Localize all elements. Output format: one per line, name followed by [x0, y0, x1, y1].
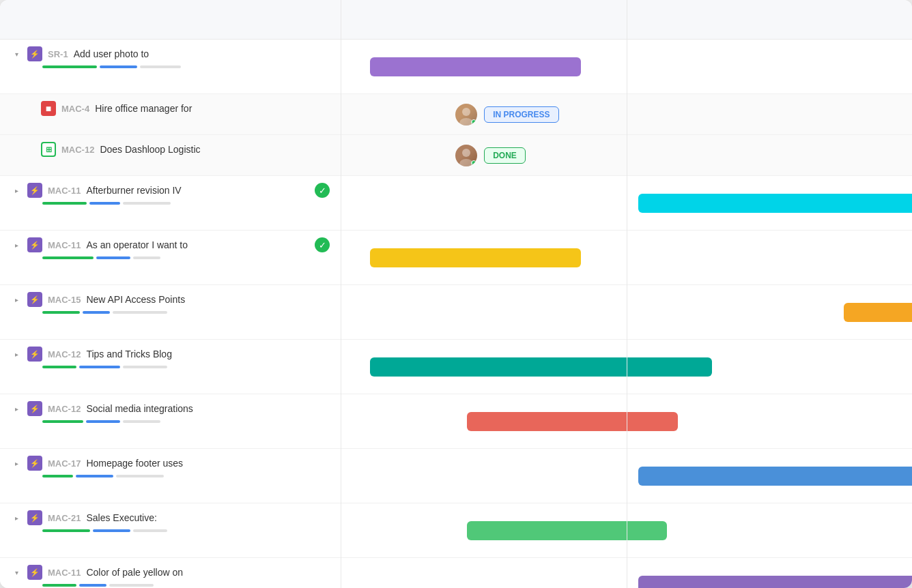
chevron-icon[interactable]: ▸: [11, 458, 22, 469]
epic-name: Hire office manager for: [95, 103, 330, 114]
ticket-id: MAC-12: [61, 145, 94, 155]
ticket-id: MAC-11: [48, 568, 81, 578]
gantt-header: [0, 0, 912, 40]
epic-name: Homepage footer uses: [86, 458, 330, 469]
epic-row-mac12: ▸ ⚡ MAC-12 Tips and Tricks Blog: [0, 340, 341, 394]
chevron-icon[interactable]: ▸: [11, 294, 22, 305]
epic-row-mac12: ▸ ⚡ MAC-12 Social media integrations: [0, 394, 341, 449]
epic-row-mac11: ▸ ⚡ MAC-11 Afterburner revision IV ✓: [0, 176, 341, 231]
progress-bar: [76, 475, 113, 477]
progress-bar: [133, 529, 167, 532]
epic-name: Add user photo to: [74, 48, 330, 59]
progress-bar: [42, 584, 76, 587]
gantt-bar[interactable]: [638, 576, 912, 589]
gantt-bar[interactable]: [638, 194, 912, 213]
progress-bar: [42, 65, 97, 68]
epic-name: Tips and Tricks Blog: [86, 349, 330, 359]
svg-point-3: [459, 159, 473, 166]
progress-bar: [42, 366, 76, 368]
complete-badge: ✓: [315, 183, 330, 198]
chevron-icon[interactable]: ▾: [11, 567, 22, 578]
gantt-bar[interactable]: [370, 248, 581, 267]
chevron-icon[interactable]: ▸: [11, 185, 22, 196]
epic-row-mac12: ⊞ MAC-12 Does Dashloop Logistic: [0, 135, 341, 176]
gantt-body: ▾ ⚡ SR-1 Add user photo to ■ MAC-4 Hire …: [0, 40, 912, 588]
progress-bar: [83, 311, 110, 314]
progress-bar: [86, 420, 120, 423]
gantt-bar[interactable]: [370, 57, 581, 76]
progress-bar: [79, 366, 120, 368]
progress-bar: [109, 584, 154, 587]
timeline-divider: [627, 40, 627, 588]
timeline-area: IN PROGRESS DONE TO DO: [341, 40, 912, 588]
progress-bar: [123, 202, 171, 205]
lightning-icon: ⚡: [27, 347, 42, 362]
progress-bar: [113, 311, 167, 314]
gantt-bar[interactable]: [467, 412, 678, 431]
svg-point-2: [462, 149, 470, 157]
progress-bar: [140, 65, 181, 68]
progress-bar: [79, 584, 106, 587]
app-container: ▾ ⚡ SR-1 Add user photo to ■ MAC-4 Hire …: [0, 0, 912, 588]
header-month-jun: [627, 0, 913, 39]
ticket-id: MAC-21: [48, 513, 81, 523]
epic-row-sr1: ▾ ⚡ SR-1 Add user photo to: [0, 40, 341, 94]
chevron-icon[interactable]: ▾: [11, 48, 22, 59]
ticket-id: MAC-11: [48, 186, 81, 196]
progress-bar: [116, 475, 164, 477]
ticket-id: MAC-17: [48, 458, 81, 469]
epic-row-mac21: ▸ ⚡ MAC-21 Sales Executive:: [0, 503, 341, 558]
gantt-bar[interactable]: [638, 467, 912, 486]
epic-row-mac4: ■ MAC-4 Hire office manager for: [0, 94, 341, 135]
epic-name: Color of pale yellow on: [86, 567, 330, 578]
progress-bar: [96, 256, 130, 259]
epic-name: As an operator I want to: [86, 239, 309, 250]
ticket-id: MAC-12: [48, 349, 81, 359]
gantt-bar[interactable]: [844, 303, 912, 322]
ticket-id: MAC-12: [48, 404, 81, 414]
lightning-icon: ⚡: [27, 456, 42, 471]
avatar-status-group: DONE: [455, 145, 526, 166]
lightning-icon: ⚡: [27, 510, 42, 525]
gantt-bar[interactable]: [467, 521, 667, 540]
header-epic: [0, 0, 341, 39]
progress-bar: [42, 311, 80, 314]
stop-icon: ■: [41, 101, 56, 116]
chevron-icon[interactable]: ▸: [11, 349, 22, 359]
progress-bar: [133, 256, 160, 259]
chevron-icon[interactable]: ▸: [11, 403, 22, 414]
lightning-icon: ⚡: [27, 237, 42, 252]
progress-bar: [42, 202, 87, 205]
ticket-id: MAC-11: [48, 240, 81, 250]
epic-name: Sales Executive:: [86, 512, 330, 523]
ticket-id: MAC-15: [48, 295, 81, 305]
epic-row-mac11: ▸ ⚡ MAC-11 As an operator I want to ✓: [0, 231, 341, 285]
progress-bar: [42, 256, 94, 259]
lightning-icon: ⚡: [27, 46, 42, 61]
epic-name: Afterburner revision IV: [86, 185, 309, 196]
epic-row-mac17: ▸ ⚡ MAC-17 Homepage footer uses: [0, 449, 341, 503]
lightning-icon: ⚡: [27, 292, 42, 307]
svg-point-0: [462, 108, 470, 116]
epic-name: New API Access Points: [86, 294, 330, 305]
status-badge: IN PROGRESS: [484, 106, 558, 123]
gantt-bar[interactable]: [370, 357, 713, 377]
chevron-icon[interactable]: ▸: [11, 512, 22, 523]
avatar: [455, 104, 477, 126]
header-month-may: [341, 0, 627, 39]
avatar: [455, 145, 477, 166]
progress-bar: [42, 420, 83, 423]
grid-icon: ⊞: [41, 142, 56, 157]
lightning-icon: ⚡: [27, 183, 42, 198]
avatar-status-group: IN PROGRESS: [455, 104, 558, 126]
epic-name: Does Dashloop Logistic: [100, 144, 330, 155]
epic-row-mac11: ▾ ⚡ MAC-11 Color of pale yellow on: [0, 558, 341, 588]
progress-bar: [123, 420, 160, 423]
ticket-id: MAC-4: [61, 104, 89, 114]
progress-bar: [42, 475, 73, 477]
epic-name: Social media integrations: [86, 403, 330, 414]
ticket-id: SR-1: [48, 49, 68, 59]
chevron-icon[interactable]: ▸: [11, 239, 22, 250]
complete-badge: ✓: [315, 237, 330, 252]
epic-row-mac15: ▸ ⚡ MAC-15 New API Access Points: [0, 285, 341, 340]
